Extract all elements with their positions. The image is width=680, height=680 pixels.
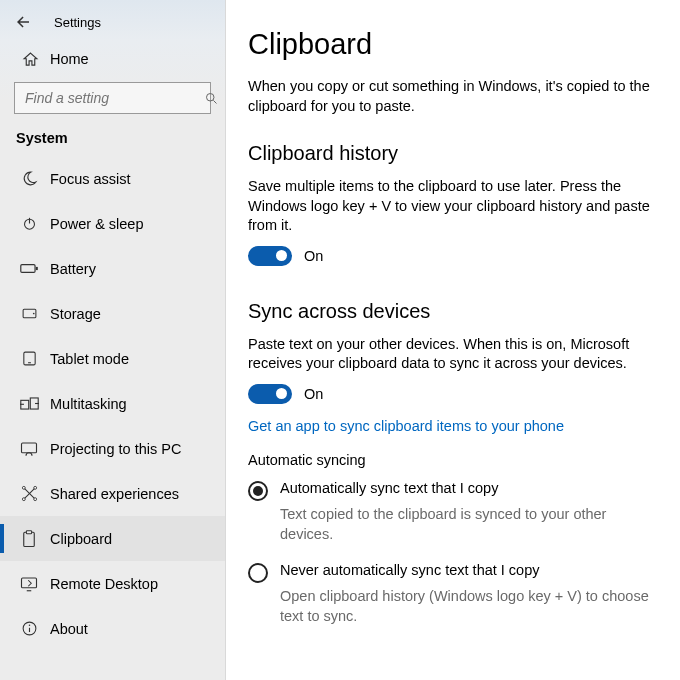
sidebar-item-label: Shared experiences (50, 486, 179, 502)
sidebar-item-label: Focus assist (50, 171, 131, 187)
sidebar-item-label: Storage (50, 306, 101, 322)
settings-title: Settings (54, 15, 101, 30)
sidebar-item-remote-desktop[interactable]: Remote Desktop (0, 561, 225, 606)
sidebar-item-power-sleep[interactable]: Power & sleep (0, 201, 225, 246)
sidebar-item-label: Power & sleep (50, 216, 144, 232)
search-icon (204, 91, 219, 106)
remote-desktop-icon (18, 573, 40, 595)
sync-toggle[interactable] (248, 384, 292, 404)
svg-point-26 (28, 625, 30, 627)
multitasking-icon (18, 393, 40, 415)
history-heading: Clipboard history (248, 142, 654, 165)
page-title: Clipboard (248, 28, 654, 61)
history-toggle-label: On (304, 248, 323, 264)
svg-line-1 (213, 100, 216, 103)
search-input[interactable] (23, 89, 204, 107)
history-desc: Save multiple items to the clipboard to … (248, 177, 654, 236)
radio-never-sync-desc: Open clipboard history (Windows logo key… (280, 587, 654, 626)
sidebar-item-multitasking[interactable]: Multitasking (0, 381, 225, 426)
svg-point-19 (22, 498, 25, 501)
search-box[interactable] (14, 82, 211, 114)
auto-sync-heading: Automatic syncing (248, 452, 654, 468)
svg-rect-21 (24, 532, 35, 546)
sidebar-item-focus-assist[interactable]: Focus assist (0, 156, 225, 201)
info-icon (18, 618, 40, 640)
moon-icon (18, 168, 40, 190)
back-button[interactable] (14, 6, 46, 38)
svg-rect-4 (20, 265, 34, 273)
svg-rect-14 (22, 443, 37, 453)
svg-point-20 (33, 498, 36, 501)
tablet-icon (18, 348, 40, 370)
sidebar-category: System (0, 122, 225, 156)
radio-auto-sync[interactable]: Automatically sync text that I copy (248, 480, 654, 501)
sync-desc: Paste text on your other devices. When t… (248, 335, 654, 374)
radio-button[interactable] (248, 563, 268, 583)
svg-rect-23 (22, 578, 37, 588)
sidebar-item-shared-experiences[interactable]: Shared experiences (0, 471, 225, 516)
home-icon (18, 51, 42, 68)
sidebar-item-projecting[interactable]: Projecting to this PC (0, 426, 225, 471)
svg-rect-5 (35, 267, 37, 270)
sidebar-item-label: Battery (50, 261, 96, 277)
clipboard-icon (18, 528, 40, 550)
svg-rect-22 (26, 530, 31, 533)
storage-icon (18, 303, 40, 325)
sync-heading: Sync across devices (248, 300, 654, 323)
sidebar-item-label: Tablet mode (50, 351, 129, 367)
sidebar-header: Settings (0, 4, 225, 40)
sidebar-item-storage[interactable]: Storage (0, 291, 225, 336)
sidebar-items: Focus assist Power & sleep Battery Stora… (0, 156, 225, 680)
svg-point-18 (33, 486, 36, 489)
svg-point-17 (22, 486, 25, 489)
projecting-icon (18, 438, 40, 460)
sidebar-item-about[interactable]: About (0, 606, 225, 651)
sidebar-item-tablet-mode[interactable]: Tablet mode (0, 336, 225, 381)
radio-auto-sync-desc: Text copied to the clipboard is synced t… (280, 505, 654, 544)
sync-app-link[interactable]: Get an app to sync clipboard items to yo… (248, 418, 654, 434)
radio-never-sync[interactable]: Never automatically sync text that I cop… (248, 562, 654, 583)
sidebar-item-label: Clipboard (50, 531, 112, 547)
history-toggle[interactable] (248, 246, 292, 266)
sidebar-item-clipboard[interactable]: Clipboard (0, 516, 225, 561)
sidebar-item-label: Multitasking (50, 396, 127, 412)
radio-label: Never automatically sync text that I cop… (280, 562, 540, 578)
power-icon (18, 213, 40, 235)
main-content: Clipboard When you copy or cut something… (226, 0, 680, 680)
sidebar-item-label: About (50, 621, 88, 637)
sidebar: Settings Home System Focus assist Power … (0, 0, 226, 680)
shared-experiences-icon (18, 483, 40, 505)
sidebar-home[interactable]: Home (0, 40, 225, 78)
sync-toggle-label: On (304, 386, 323, 402)
home-label: Home (50, 51, 89, 67)
sidebar-item-label: Projecting to this PC (50, 441, 181, 457)
battery-icon (18, 258, 40, 280)
arrow-left-icon (14, 13, 32, 31)
radio-button[interactable] (248, 481, 268, 501)
sidebar-item-label: Remote Desktop (50, 576, 158, 592)
radio-label: Automatically sync text that I copy (280, 480, 498, 496)
svg-point-0 (207, 93, 215, 101)
svg-point-7 (32, 313, 34, 315)
sidebar-item-battery[interactable]: Battery (0, 246, 225, 291)
page-intro: When you copy or cut something in Window… (248, 77, 654, 116)
